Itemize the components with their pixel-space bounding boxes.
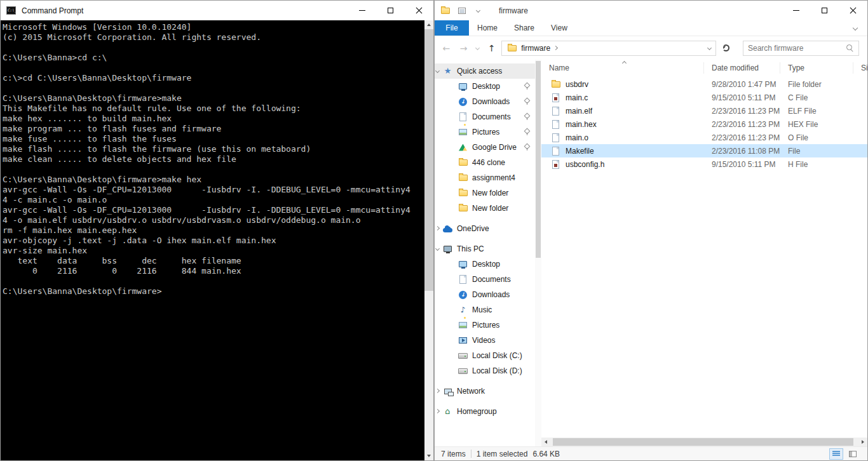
file-icon	[550, 119, 561, 130]
details-view-button[interactable]	[829, 448, 843, 460]
properties-icon[interactable]	[456, 6, 467, 16]
column-header-size[interactable]: Size	[853, 62, 867, 74]
qat-customize-chevron-icon[interactable]	[473, 6, 484, 16]
breadcrumb[interactable]: firmware	[521, 44, 550, 53]
sidebar-item-quick-access[interactable]: ★ Quick access	[435, 63, 535, 79]
sidebar-item-google-drive[interactable]: Google Drive	[435, 140, 535, 155]
this-pc-icon	[442, 244, 453, 254]
terminal-scroll-track[interactable]	[424, 29, 433, 451]
thumbnails-view-button[interactable]	[846, 448, 860, 460]
expand-chevron-icon[interactable]	[436, 389, 439, 392]
sidebar-item-assignment4[interactable]: assignment4	[435, 170, 535, 185]
file-row[interactable]: usbconfig.h 9/15/2010 5:11 PM H File	[541, 157, 867, 171]
file-icon	[550, 133, 561, 143]
up-button[interactable]: ↑	[484, 40, 499, 56]
recent-locations-chevron-icon[interactable]	[473, 40, 482, 56]
tab-home[interactable]: Home	[469, 20, 506, 36]
navpane-scroll-thumb[interactable]	[536, 61, 541, 258]
sidebar-item-local-disk-d[interactable]: Local Disk (D:)	[435, 363, 535, 378]
refresh-button[interactable]	[718, 40, 733, 56]
forward-button[interactable]: →	[456, 40, 471, 56]
disk-icon	[458, 351, 468, 361]
navpane-scrollbar[interactable]	[535, 60, 541, 446]
file-date: 2/23/2016 11:23 PM	[704, 120, 780, 129]
expand-chevron-icon[interactable]	[436, 247, 439, 250]
file-row[interactable]: main.hex 2/23/2016 11:23 PM HEX File	[541, 117, 867, 131]
sidebar-item-446-clone[interactable]: 446 clone	[435, 155, 535, 170]
explorer-app-icon[interactable]	[440, 6, 451, 16]
cmd-app-icon[interactable]	[6, 6, 17, 16]
network-icon	[442, 386, 453, 396]
expand-ribbon-chevron-icon[interactable]	[853, 25, 858, 30]
cmd-titlebar[interactable]: Command Prompt	[1, 1, 433, 20]
breadcrumb-chevron-icon[interactable]	[553, 46, 558, 50]
terminal[interactable]: Microsoft Windows [Version 10.0.10240] (…	[1, 20, 433, 460]
sidebar-item-local-disk-c[interactable]: Local Disk (C:)	[435, 348, 535, 363]
sidebar-item-label: Music	[472, 305, 492, 314]
address-box[interactable]: firmware	[501, 41, 716, 56]
pin-icon	[524, 98, 530, 105]
filelist-horizontal-scrollbar[interactable]	[541, 438, 867, 446]
explorer-minimize-button[interactable]	[782, 1, 810, 20]
explorer-maximize-button[interactable]	[810, 1, 839, 20]
terminal-scroll-thumb[interactable]	[424, 29, 433, 291]
explorer-titlebar[interactable]: firmware	[435, 1, 867, 20]
address-dropdown-chevron-icon[interactable]	[707, 46, 712, 50]
sidebar-item-onedrive[interactable]: OneDrive	[435, 221, 535, 236]
explorer-close-button[interactable]	[839, 1, 867, 20]
cmd-close-button[interactable]	[405, 1, 433, 20]
file-row[interactable]: main.elf 2/23/2016 11:23 PM ELF File	[541, 104, 867, 117]
sidebar-item-homegroup[interactable]: ⌂ Homegroup	[435, 404, 535, 419]
file-row[interactable]: Makefile 2/23/2016 11:08 PM File	[541, 144, 867, 157]
explorer-window: firmware File Home Share View ← → ↑ firm…	[434, 0, 868, 461]
expand-chevron-icon[interactable]	[436, 410, 439, 413]
expand-chevron-icon[interactable]	[436, 227, 439, 230]
sidebar-item-label: Network	[457, 387, 485, 396]
back-button[interactable]: ←	[438, 40, 454, 56]
sidebar-item-new-folder-2[interactable]: New folder	[435, 201, 535, 216]
scroll-left-arrow-icon[interactable]	[541, 438, 550, 446]
file-row[interactable]: main.o 2/23/2016 11:23 PM O File	[541, 131, 867, 144]
cmd-maximize-button[interactable]	[376, 1, 405, 20]
sidebar-item-pc-documents[interactable]: Documents	[435, 272, 535, 287]
sidebar-item-label: This PC	[457, 244, 484, 253]
sidebar-item-pc-desktop[interactable]: Desktop	[435, 257, 535, 272]
expand-chevron-icon[interactable]	[436, 69, 439, 72]
file-name: usbconfig.h	[566, 160, 604, 169]
horizontal-scroll-track[interactable]	[550, 438, 858, 446]
file-name: main.o	[566, 133, 588, 142]
sidebar-item-pc-pictures[interactable]: Pictures	[435, 317, 535, 333]
sidebar-item-downloads-pinned[interactable]: ↓ Downloads	[435, 94, 535, 109]
tab-file[interactable]: File	[435, 20, 469, 36]
scroll-up-arrow-icon[interactable]	[424, 20, 433, 29]
sidebar-item-new-folder-1[interactable]: New folder	[435, 185, 535, 201]
file-type: H File	[780, 160, 853, 169]
downloads-icon: ↓	[458, 97, 468, 107]
horizontal-scroll-thumb[interactable]	[553, 438, 853, 446]
file-row[interactable]: main.c 9/15/2010 5:11 PM C File	[541, 91, 867, 104]
file-row[interactable]: usbdrv 9/28/2010 1:47 PM File folder	[541, 77, 867, 91]
scroll-right-arrow-icon[interactable]	[858, 438, 867, 446]
documents-icon	[458, 112, 468, 122]
sidebar-item-pictures-pinned[interactable]: Pictures	[435, 124, 535, 140]
sidebar-item-pc-music[interactable]: ♪ Music	[435, 302, 535, 317]
cmd-minimize-button[interactable]	[348, 1, 376, 20]
sidebar-item-pc-downloads[interactable]: ↓ Downloads	[435, 287, 535, 302]
column-header-date-modified[interactable]: Date modified	[704, 62, 780, 74]
explorer-window-title: firmware	[499, 6, 528, 15]
sidebar-item-network[interactable]: Network	[435, 384, 535, 399]
sidebar-item-this-pc[interactable]: This PC	[435, 241, 535, 257]
explorer-main: ★ Quick access Desktop ↓ Downloads Docum…	[435, 60, 867, 446]
tab-share[interactable]: Share	[506, 20, 543, 36]
file-name: Makefile	[566, 147, 594, 156]
sidebar-item-documents-pinned[interactable]: Documents	[435, 109, 535, 124]
refresh-icon	[722, 44, 729, 51]
sidebar-item-pc-videos[interactable]: Videos	[435, 333, 535, 348]
scroll-down-arrow-icon[interactable]	[424, 451, 433, 460]
sidebar-item-desktop-pinned[interactable]: Desktop	[435, 79, 535, 94]
column-header-type[interactable]: Type	[780, 62, 853, 74]
search-input[interactable]	[748, 44, 846, 53]
search-box[interactable]	[743, 41, 859, 56]
terminal-scrollbar[interactable]	[424, 20, 433, 460]
tab-view[interactable]: View	[543, 20, 576, 36]
